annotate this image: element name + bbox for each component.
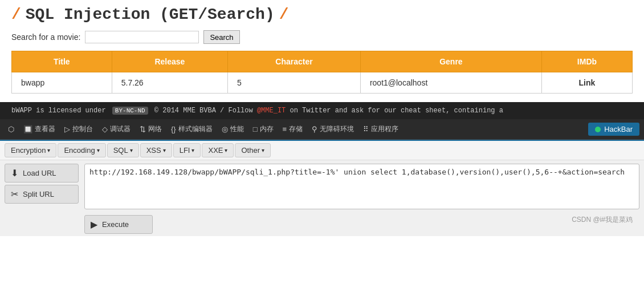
load-url-button[interactable]: ⬇ Load URL	[5, 164, 79, 183]
perf-icon: ◎	[222, 125, 228, 133]
main-content: / SQL Injection (GET/Search) / Search fo…	[0, 0, 644, 102]
toolbar-performance[interactable]: ◎ 性能	[218, 122, 247, 136]
toolbar-cursor[interactable]: ⬡	[5, 123, 18, 136]
split-url-button[interactable]: ✂ Split URL	[5, 185, 79, 204]
footer-license-badge: BY-NC-ND	[112, 107, 148, 115]
toolbar-accessibility[interactable]: ⚲ 无障碍环境	[308, 122, 357, 136]
storage-label: 存储	[289, 124, 303, 134]
style-icon: {}	[171, 125, 176, 133]
other-arrow-icon: ▾	[262, 147, 264, 153]
csdn-watermark: CSDN @i#我是菜鸡	[572, 215, 633, 225]
toolbar-storage[interactable]: ≡ 存储	[279, 122, 307, 136]
execute-label: Execute	[102, 220, 129, 229]
inspector-icon: 🔲	[23, 125, 32, 133]
hackbar-label: HackBar	[604, 125, 633, 133]
menu-sql[interactable]: SQL ▾	[107, 143, 139, 157]
network-icon: ⇅	[140, 125, 146, 133]
perf-label: 性能	[230, 124, 244, 134]
footer-rest: on Twitter and ask for our cheat sheet, …	[290, 107, 503, 115]
accessibility-label: 无障碍环境	[320, 124, 354, 134]
hackbar-tab[interactable]: HackBar	[588, 123, 639, 136]
menu-xss[interactable]: XSS ▾	[140, 143, 172, 157]
cursor-icon: ⬡	[8, 125, 14, 133]
search-label: Search for a movie:	[11, 33, 80, 42]
style-label: 样式编辑器	[178, 124, 213, 134]
search-row: Search for a movie: Search	[11, 30, 633, 44]
toolbar-memory[interactable]: □ 内存	[250, 122, 277, 136]
split-url-icon: ✂	[11, 189, 18, 200]
footer-license-text: bWAPP is licensed under	[11, 107, 106, 115]
storage-icon: ≡	[283, 125, 287, 133]
cell-character: 5	[228, 72, 361, 94]
slash-left-icon: /	[11, 6, 21, 23]
execute-icon: ▶	[91, 219, 97, 230]
cell-release: 5.7.26	[112, 72, 227, 94]
menu-encryption[interactable]: Encryption ▾	[5, 143, 56, 157]
url-input[interactable]: http://192.168.149.128/bwapp/bWAPP/sqli_…	[84, 164, 639, 209]
console-label: 控制台	[72, 124, 93, 134]
dev-toolbar: ⬡ 🔲 查看器 ▷ 控制台 ◇ 调试器 ⇅ 网络 {} 样式编辑器 ◎ 性能 □…	[0, 119, 644, 140]
app-label: 应用程序	[371, 124, 398, 134]
search-input[interactable]	[85, 31, 199, 43]
hackbar-menu: Encryption ▾ Encoding ▾ SQL ▾ XSS ▾ LFI …	[0, 141, 644, 160]
split-url-label: Split URL	[23, 190, 54, 198]
menu-encoding[interactable]: Encoding ▾	[58, 143, 105, 157]
col-imdb: IMDb	[541, 51, 632, 72]
page-title-area: / SQL Injection (GET/Search) /	[11, 6, 633, 23]
lfi-arrow-icon: ▾	[191, 147, 194, 153]
encoding-arrow-icon: ▾	[97, 147, 100, 153]
results-table: Title Release Character Genre IMDb bwapp…	[11, 51, 633, 94]
search-button[interactable]: Search	[203, 30, 239, 44]
debugger-label: 调试器	[110, 124, 131, 134]
menu-xxe[interactable]: XXE ▾	[202, 143, 234, 157]
toolbar-app-programs[interactable]: ⠿ 应用程序	[360, 122, 402, 136]
toolbar-network[interactable]: ⇅ 网络	[136, 122, 165, 136]
cell-genre: root1@localhost	[360, 72, 541, 94]
execute-button[interactable]: ▶ Execute	[84, 215, 153, 234]
slash-right-icon: /	[279, 6, 289, 23]
hackbar-section: Encryption ▾ Encoding ▾ SQL ▾ XSS ▾ LFI …	[0, 140, 644, 213]
footer-twitter: @MME_IT	[257, 107, 286, 115]
load-url-label: Load URL	[23, 169, 56, 177]
encryption-label: Encryption	[11, 146, 46, 155]
network-label: 网络	[148, 124, 162, 134]
toolbar-debugger[interactable]: ◇ 调试器	[99, 122, 134, 136]
table-row: bwapp 5.7.26 5 root1@localhost Link	[12, 72, 633, 94]
console-icon: ▷	[64, 125, 70, 133]
toolbar-console[interactable]: ▷ 控制台	[61, 122, 96, 136]
footer-bar: bWAPP is licensed under BY-NC-ND © 2014 …	[0, 102, 644, 119]
lfi-label: LFI	[180, 146, 190, 155]
toolbar-style-editor[interactable]: {} 样式编辑器	[168, 122, 216, 136]
hackbar-content: ⬇ Load URL ✂ Split URL http://192.168.14…	[0, 160, 644, 213]
xxe-label: XXE	[208, 146, 223, 155]
execute-row: ▶ Execute	[0, 213, 644, 236]
menu-other[interactable]: Other ▾	[235, 143, 271, 157]
app-icon: ⠿	[363, 125, 369, 133]
load-url-icon: ⬇	[11, 168, 18, 179]
debugger-icon: ◇	[102, 125, 108, 133]
page-title-text: SQL Injection (GET/Search)	[26, 6, 275, 23]
memory-label: 内存	[260, 124, 274, 134]
col-character: Character	[228, 51, 361, 72]
inspector-label: 查看器	[35, 124, 55, 134]
col-genre: Genre	[360, 51, 541, 72]
memory-icon: □	[253, 125, 258, 133]
col-title: Title	[12, 51, 112, 72]
hackbar-dot-icon	[595, 127, 601, 132]
cell-imdb[interactable]: Link	[541, 72, 632, 94]
encryption-arrow-icon: ▾	[47, 147, 50, 153]
sql-label: SQL	[113, 146, 128, 155]
sql-arrow-icon: ▾	[130, 147, 133, 153]
xss-arrow-icon: ▾	[163, 147, 166, 153]
encoding-label: Encoding	[64, 146, 95, 155]
menu-lfi[interactable]: LFI ▾	[173, 143, 201, 157]
col-release: Release	[112, 51, 227, 72]
accessibility-icon: ⚲	[312, 125, 317, 133]
hackbar-buttons: ⬇ Load URL ✂ Split URL	[5, 164, 79, 204]
toolbar-inspector[interactable]: 🔲 查看器	[20, 122, 59, 136]
footer-year: © 2014 MME BVBA / Follow	[154, 107, 253, 115]
other-label: Other	[241, 146, 260, 155]
cell-title: bwapp	[12, 72, 112, 94]
xxe-arrow-icon: ▾	[225, 147, 227, 153]
xss-label: XSS	[146, 146, 161, 155]
